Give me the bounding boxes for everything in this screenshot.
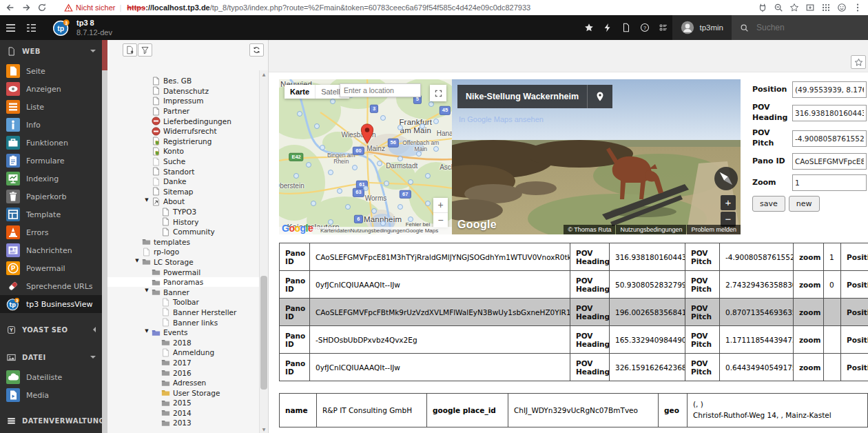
position-action[interactable]: Position <box>841 243 868 271</box>
tree-node-danke[interactable]: Danke <box>107 177 259 187</box>
tree-scroll-thumb[interactable] <box>260 276 267 390</box>
map-attr-kartendaten[interactable]: Kartendaten <box>320 228 351 234</box>
sidebar-item-dateiliste[interactable]: Dateiliste <box>0 368 102 386</box>
tree-node-anmeldung[interactable]: Anmeldung <box>107 348 259 358</box>
tree-node-2017[interactable]: 2017 <box>107 358 259 368</box>
zoom-action[interactable]: zoom <box>794 354 824 381</box>
google-logo[interactable]: Google <box>457 219 497 231</box>
collapse-icon[interactable]: ▼ <box>143 288 150 293</box>
search-input[interactable] <box>755 22 840 33</box>
refresh-tree-button[interactable] <box>249 43 264 57</box>
street-view[interactable]: Nike-Stellung Wackernheim In Google Maps… <box>452 79 741 234</box>
sidebar-item-liste[interactable]: Liste <box>0 98 102 116</box>
browser-forward-icon[interactable] <box>21 3 31 12</box>
field-input-zoom[interactable] <box>792 174 867 191</box>
tree-node-bes-gb[interactable]: Bes. GB <box>107 76 259 86</box>
field-input-pov-heading[interactable] <box>792 105 867 121</box>
module-menu-scroll-thumb[interactable] <box>102 40 107 70</box>
tree-node-impressum[interactable]: Impressum <box>107 96 259 106</box>
map-zoom-in-button[interactable]: + <box>433 198 448 212</box>
apps-grid-icon[interactable] <box>821 3 831 12</box>
tree-node-banner-links[interactable]: Banner links <box>107 317 259 328</box>
zoom-action[interactable]: zoom <box>794 299 824 326</box>
help-button[interactable]: ? <box>635 15 654 40</box>
profile-icon[interactable] <box>837 3 847 12</box>
map-location-input[interactable] <box>340 83 421 97</box>
user-menu[interactable]: tp3min <box>672 15 732 40</box>
compass-icon[interactable] <box>714 166 738 191</box>
extension-icon[interactable] <box>758 3 767 12</box>
sidebar-item-papierkorb[interactable]: Papierkorb <box>0 188 102 205</box>
sidebar-item-info[interactable]: Info <box>0 116 102 134</box>
security-warning-label[interactable]: Nicht sicher <box>76 3 115 12</box>
clear-cache-button[interactable] <box>598 15 617 40</box>
new-page-button[interactable] <box>123 43 137 57</box>
position-action[interactable]: Position <box>841 354 868 381</box>
sidebar-item-seite[interactable]: Seite <box>0 62 102 80</box>
tree-node-partner[interactable]: Partner <box>107 106 259 117</box>
tree-node-2014[interactable]: 2014 <box>107 408 259 419</box>
module-section-yoast-seo[interactable]: YYOAST SEO <box>0 319 102 341</box>
field-input-position[interactable] <box>792 81 867 98</box>
sidebar-item-nachrichten[interactable]: Nachrichten <box>0 241 102 259</box>
tree-node-2016[interactable]: 2016 <box>107 367 259 378</box>
module-section-web[interactable]: WEB <box>0 40 102 62</box>
tree-node-konto[interactable]: Konto <box>107 146 259 157</box>
address-bar[interactable]: https://localhost.tp3.de/tp_8/typo3/inde… <box>127 3 750 12</box>
collapse-icon[interactable]: ▼ <box>143 328 150 334</box>
google-map[interactable]: NeuwiedFrankfurt am MainWiesbadenMainzOf… <box>279 79 452 234</box>
sidebar-item-errors[interactable]: Errors <box>0 223 102 241</box>
google-logo[interactable]: Google <box>282 223 313 234</box>
shortcut-bookmark-button[interactable] <box>851 55 866 69</box>
tree-node-panoramas[interactable]: Panoramas <box>107 277 259 288</box>
tree-node-typo3[interactable]: TYPO3 <box>107 207 259 217</box>
tree-node-registrierung[interactable]: Registrierung <box>107 137 259 147</box>
field-input-pov-pitch[interactable] <box>792 130 867 147</box>
position-action[interactable]: Position <box>841 271 868 299</box>
tree-node-banner-hersteller[interactable]: Banner Hersteller <box>107 308 259 318</box>
sv-attr-nutzungsbedingungen[interactable]: Nutzungsbedingungen <box>616 225 686 234</box>
browser-menu-icon[interactable] <box>853 3 862 12</box>
tree-node-2015[interactable]: 2015 <box>107 398 259 408</box>
module-menu-toggle[interactable] <box>0 15 21 40</box>
filter-button[interactable] <box>138 43 152 57</box>
sidebar-item-media[interactable]: Media <box>0 386 102 404</box>
street-view-zoom-in-button[interactable]: + <box>721 195 736 210</box>
map-marker-icon[interactable] <box>360 123 374 145</box>
zoom-action[interactable]: zoom <box>794 243 824 271</box>
sidebar-item-tp3-businessview[interactable]: tp3tp3 BusinessView <box>0 295 102 313</box>
tree-node-powermail[interactable]: Powermail <box>107 267 259 277</box>
tree-node-widerrufsrecht[interactable]: Widerrufsrecht <box>107 126 259 137</box>
map-type-karte[interactable]: Karte <box>285 85 315 99</box>
map-attr-nutzungsbedingungen[interactable]: Nutzungsbedingungen <box>351 228 406 234</box>
sidebar-item-powermail[interactable]: PPowermail <box>0 259 102 277</box>
tree-node-sitemap[interactable]: Sitemap <box>107 187 259 197</box>
new-button[interactable]: new <box>789 196 820 212</box>
tree-node-toolbar[interactable]: Toolbar <box>107 297 259 308</box>
sidebar-item-formulare[interactable]: Formulare <box>0 152 102 170</box>
module-section-datenverwaltung[interactable]: DATENVERWALTUNG <box>0 410 102 432</box>
sidebar-item-funktionen[interactable]: Funktionen <box>0 134 102 152</box>
system-info-button[interactable] <box>654 15 672 40</box>
sidebar-item-sprechende-urls[interactable]: Sprechende URLs <box>0 277 102 295</box>
tree-node-datenschutz[interactable]: Datenschutz <box>107 86 259 97</box>
collapse-icon[interactable]: ▼ <box>143 197 150 203</box>
tree-scrollbar[interactable]: ▲ ▼ <box>259 70 268 433</box>
position-action[interactable]: Position <box>841 326 868 354</box>
page-tree-toggle[interactable] <box>21 15 41 40</box>
module-menu-scrollbar[interactable] <box>102 40 107 433</box>
tree-node-lc-storage[interactable]: ▼LC Storage <box>107 257 259 268</box>
field-input-pano-id[interactable] <box>792 153 867 170</box>
map-fullscreen-button[interactable] <box>430 85 446 101</box>
sidebar-item-anzeigen[interactable]: Anzeigen <box>0 80 102 98</box>
tree-node-about[interactable]: ▼About <box>107 197 259 207</box>
tree-node-events[interactable]: ▼Events <box>107 328 259 338</box>
map-attr-fehler-melden[interactable]: Fehler bei Google Maps melden <box>406 221 449 234</box>
scroll-down-icon[interactable]: ▼ <box>260 427 268 432</box>
scroll-up-icon[interactable]: ▲ <box>260 72 268 77</box>
cast-window-icon[interactable] <box>805 3 815 12</box>
position-action[interactable]: Position <box>841 299 868 326</box>
bookmark-star-icon[interactable] <box>789 3 799 12</box>
topbar-search[interactable] <box>732 15 868 40</box>
sidebar-item-template[interactable]: Template <box>0 205 102 223</box>
